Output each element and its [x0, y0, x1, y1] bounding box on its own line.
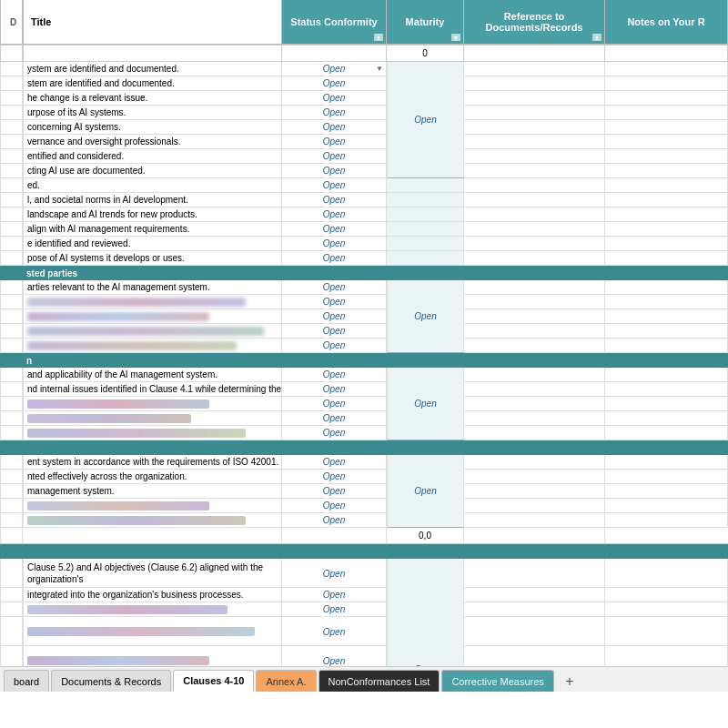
- maturity-group-2: arties relevant to the AI management sys…: [0, 280, 728, 353]
- rows-group-5: Clause 5.2) and AI objectives (Clause 6.…: [0, 559, 728, 666]
- row-num: [0, 368, 23, 381]
- table-row: and applicability of the AI management s…: [0, 368, 728, 382]
- row-maturity-placeholder: [387, 309, 464, 323]
- row-maturity-placeholder: [387, 646, 464, 666]
- row-num: [0, 178, 23, 192]
- row-title: he change is a relevant issue.: [23, 91, 282, 105]
- row-status: Open: [282, 76, 387, 90]
- row-notes: [605, 91, 728, 105]
- col-ref-header: Reference to Documents/Records ▼: [464, 0, 605, 45]
- tab-annex[interactable]: Annex A.: [256, 670, 316, 692]
- row-status: Open: [282, 295, 387, 308]
- row-title: ent system in accordance with the requir…: [23, 455, 282, 469]
- row-status: Open: [282, 339, 387, 352]
- row-ref: [464, 149, 605, 163]
- subheader-ref: [464, 46, 605, 62]
- section-header-scope: n: [0, 353, 728, 368]
- row-maturity-placeholder: [387, 382, 464, 396]
- row-notes: [605, 455, 728, 469]
- col-title-header: Title: [23, 0, 282, 45]
- table-row: Open: [0, 646, 728, 666]
- row-notes: [605, 470, 728, 483]
- row-maturity-placeholder: [387, 106, 464, 119]
- col-notes-header: Notes on Your R: [605, 0, 728, 45]
- row-num: [0, 91, 23, 105]
- table-row: landscape and AI trends for new products…: [0, 207, 728, 222]
- table-row: integrated into the organization's busin…: [0, 588, 728, 602]
- row-ref: [464, 309, 605, 323]
- row-ref: [464, 120, 605, 134]
- row-maturity: [387, 237, 464, 250]
- row-num: [0, 193, 23, 207]
- spreadsheet: D Title Status Conformity ▼ Maturity ▼ R…: [0, 0, 728, 692]
- row-status: Open: [282, 135, 387, 148]
- row-title: nd internal issues identified in Clause …: [23, 382, 282, 396]
- row-ref: [464, 455, 605, 469]
- tab-nonconformances[interactable]: NonConformances List: [318, 670, 440, 692]
- row-notes: [605, 178, 728, 192]
- dropdown-arrow-icon[interactable]: ▼: [376, 65, 383, 73]
- maturity-filter-icon[interactable]: ▼: [451, 34, 460, 41]
- row-title: ystem are identified and documented.: [23, 62, 282, 76]
- row-status[interactable]: Open ▼: [282, 62, 387, 76]
- tab-documents-records[interactable]: Documents & Records: [51, 670, 171, 692]
- tab-board[interactable]: board: [4, 670, 49, 692]
- subheader-d: [0, 46, 23, 62]
- row-num: [0, 222, 23, 236]
- row-title: [23, 426, 282, 440]
- row-status: Open: [282, 484, 387, 498]
- row-notes: [605, 164, 728, 177]
- row-maturity-placeholder: [387, 602, 464, 616]
- row-maturity-placeholder: [387, 499, 464, 512]
- row-num: [0, 470, 23, 483]
- row-status: Open: [282, 309, 387, 323]
- row-ref: [464, 324, 605, 338]
- row-num: [0, 646, 23, 666]
- row-status: Open: [282, 646, 387, 666]
- row-title: entified and considered.: [23, 149, 282, 163]
- row-notes: [605, 135, 728, 148]
- row-title: align with AI management requirements.: [23, 222, 282, 236]
- table-row: cting AI use are documented. Open: [0, 164, 728, 178]
- ref-filter-icon[interactable]: ▼: [592, 34, 602, 41]
- row-status: Open: [282, 426, 387, 440]
- table-row: Open: [0, 309, 728, 324]
- section-context: ystem are identified and documented. Ope…: [0, 62, 728, 266]
- row-num: [0, 280, 23, 294]
- row-notes: [605, 62, 728, 76]
- row-maturity-placeholder: [387, 368, 464, 381]
- table-row: Open: [0, 411, 728, 426]
- row-maturity: [387, 178, 464, 192]
- tab-add-button[interactable]: +: [560, 672, 580, 692]
- table-row: management system. Open: [0, 484, 728, 499]
- table-row: Clause 5.2) and AI objectives (Clause 6.…: [0, 559, 728, 588]
- mid-status: [282, 528, 387, 543]
- row-maturity-placeholder: [387, 397, 464, 410]
- row-status: Open: [282, 588, 387, 602]
- row-maturity-placeholder: [387, 513, 464, 527]
- table-row: Open: [0, 617, 728, 646]
- row-maturity-placeholder: [387, 135, 464, 148]
- status-filter-icon[interactable]: ▼: [374, 34, 383, 41]
- section-header-leadership: [0, 440, 728, 455]
- row-ref: [464, 207, 605, 221]
- row-maturity: [387, 251, 464, 265]
- row-maturity-placeholder: [387, 470, 464, 483]
- row-maturity: [387, 222, 464, 236]
- maturity-group-1: ystem are identified and documented. Ope…: [0, 62, 728, 178]
- row-title: concerning AI systems.: [23, 120, 282, 134]
- table-row: Open: [0, 339, 728, 353]
- tab-clauses[interactable]: Clauses 4-10: [173, 670, 254, 692]
- tab-corrective[interactable]: Corrective Measures: [441, 670, 553, 692]
- section-label: sted parties: [23, 268, 728, 278]
- row-status: Open: [282, 207, 387, 221]
- row-status: Open: [282, 617, 387, 646]
- row-maturity-placeholder: [387, 617, 464, 646]
- row-title: management system.: [23, 484, 282, 498]
- row-maturity-placeholder: [387, 339, 464, 352]
- row-num: [0, 135, 23, 148]
- row-status: Open: [282, 499, 387, 512]
- row-notes: [605, 295, 728, 308]
- row-title: arties relevant to the AI management sys…: [23, 280, 282, 294]
- row-maturity: [387, 193, 464, 207]
